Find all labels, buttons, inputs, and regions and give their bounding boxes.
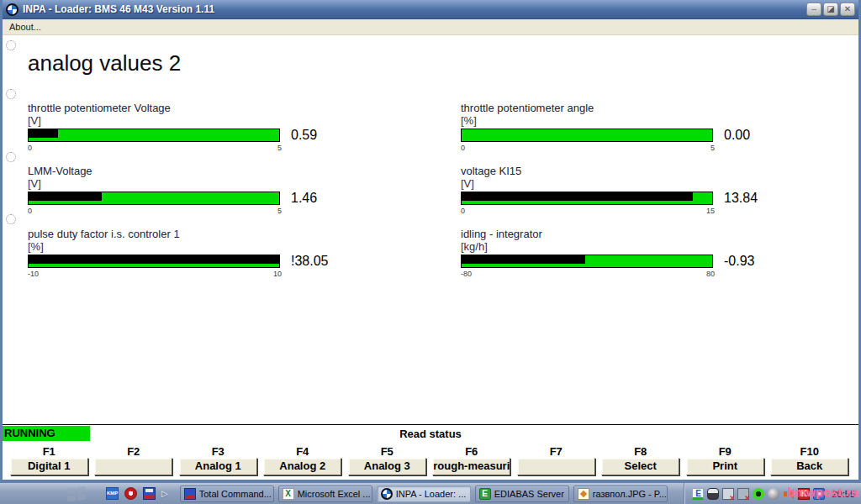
f7-button[interactable]	[517, 458, 595, 475]
gauge-label: idling - integrator	[461, 228, 822, 240]
taskbar-clock[interactable]: 20:55	[832, 489, 855, 499]
menu-bar: About...	[3, 19, 858, 35]
task-ediabas-server[interactable]: E EDIABAS Server	[475, 486, 569, 502]
maximize-button[interactable]	[823, 3, 838, 16]
speaker-icon[interactable]	[783, 488, 795, 500]
f1-digital1-button[interactable]: Digital 1	[10, 458, 88, 475]
window-title: INPA - Loader: BMS 46 M43 Version 1.11	[23, 3, 214, 15]
gauge-scale-max: 5	[710, 144, 715, 152]
led-indicator	[6, 40, 16, 50]
gauge-value: 1.46	[291, 191, 317, 206]
windows-flag-icon[interactable]	[67, 486, 86, 501]
f8-select-button[interactable]: Select	[601, 458, 679, 475]
gauge-idling-integrator: idling - integrator [kg/h] -0.93 -80 80	[461, 228, 822, 278]
fkey-label-f6: F6	[430, 442, 515, 458]
expand-arrow-icon[interactable]: ▷	[161, 487, 168, 500]
gauge-value: -0.93	[724, 254, 754, 269]
gauge-scale-max: 5	[277, 144, 282, 152]
excel-icon: X	[283, 488, 294, 500]
bmw-roundel-icon	[381, 488, 393, 500]
task-label: Total Command...	[199, 489, 272, 499]
fkey-label-f7: F7	[514, 442, 599, 458]
status-message: Read status	[3, 425, 858, 440]
gauge-pulse-duty-factor: pulse duty factor i.s. controler 1 [%] !…	[28, 228, 389, 278]
gauge-bar-fill	[29, 255, 279, 264]
gauge-scale-min: 0	[461, 144, 465, 152]
gauge-value: 0.00	[724, 128, 750, 143]
gauge-value: 0.59	[291, 128, 317, 143]
title-bar[interactable]: INPA - Loader: BMS 46 M43 Version 1.11	[3, 0, 858, 19]
ediabas-tray-icon[interactable]: E	[692, 488, 704, 500]
gauge-scale-min: 0	[28, 144, 32, 152]
gauge-bar	[28, 129, 280, 142]
gauge-voltage-kl15: voltage KI15 [V] 13.84 0 15	[461, 165, 822, 215]
f9-print-button[interactable]: Print	[686, 458, 764, 475]
gauge-scale-min: -10	[28, 270, 39, 278]
input-device-icon[interactable]	[707, 488, 719, 500]
messenger-icon[interactable]	[813, 488, 825, 500]
gauge-unit: [V]	[28, 177, 389, 192]
fkey-label-f1: F1	[7, 442, 92, 458]
gauge-unit: [V]	[28, 114, 389, 129]
dial-icon[interactable]	[768, 488, 779, 500]
led-indicator	[6, 152, 16, 162]
kmplayer-icon[interactable]: KMP	[106, 487, 119, 500]
task-label: EDIABAS Server	[494, 489, 564, 499]
gauge-scale-min: 0	[461, 207, 465, 215]
gauge-unit: [%]	[461, 114, 822, 129]
f5-analog3-button[interactable]: Analog 3	[348, 458, 426, 475]
gauge-bar	[461, 255, 713, 268]
image-viewer-icon	[578, 488, 589, 500]
client-area: analog values 2 throttle potentiometer V…	[3, 35, 858, 480]
task-image-viewer[interactable]: газвпол.JPG - P...	[573, 486, 668, 502]
floppy-icon[interactable]	[143, 487, 156, 500]
gauge-label: throttle potentiometer angle	[461, 102, 822, 114]
gauge-unit: [kg/h]	[461, 240, 822, 255]
taskbar: KMP ▷ Total Command... X Microsoft Excel…	[0, 482, 861, 504]
gauge-value: 13.84	[724, 191, 758, 206]
gauge-scale-max: 15	[706, 207, 715, 215]
antivirus-icon[interactable]: K	[798, 488, 810, 500]
gauge-bar-fill	[462, 255, 585, 264]
fkey-label-f10: F10	[768, 442, 853, 458]
gauge-bar-fill	[29, 192, 102, 201]
quick-launch: KMP ▷	[106, 487, 168, 500]
task-total-commander[interactable]: Total Command...	[180, 486, 274, 502]
f3-analog1-button[interactable]: Analog 1	[179, 458, 257, 475]
menu-about[interactable]: About...	[9, 22, 41, 32]
gauge-value: !38.05	[291, 254, 328, 269]
f10-back-button[interactable]: Back	[770, 458, 848, 475]
task-inpa-active[interactable]: INPA - Loader: ...	[377, 486, 471, 502]
gauge-bar	[461, 192, 713, 205]
minimize-button[interactable]	[806, 3, 821, 16]
gauge-scale-max: 10	[273, 270, 282, 278]
gauge-scale-min: 0	[28, 207, 32, 215]
gauge-label: voltage KI15	[461, 165, 822, 177]
fkey-label-f4: F4	[261, 442, 346, 458]
gauge-label: LMM-Voltage	[28, 165, 389, 177]
status-badge: RUNNING	[3, 426, 90, 441]
task-label: Microsoft Excel ...	[298, 489, 371, 499]
network-error-icon[interactable]	[737, 488, 749, 500]
gauge-label: throttle potentiometer Voltage	[28, 102, 389, 114]
opera-icon[interactable]	[124, 487, 137, 500]
task-buttons: Total Command... X Microsoft Excel ... I…	[180, 486, 668, 502]
bmw-roundel-icon	[6, 3, 18, 16]
gauge-label: pulse duty factor i.s. controler 1	[28, 228, 389, 240]
fkey-label-f2: F2	[92, 442, 177, 458]
f2-button[interactable]	[94, 458, 172, 475]
fkey-label-f8: F8	[599, 442, 684, 458]
gauge-throttle-voltage: throttle potentiometer Voltage [V] 0.59 …	[28, 102, 389, 152]
display-error-icon[interactable]	[722, 488, 734, 500]
gauge-scale-max: 5	[277, 207, 282, 215]
gauge-unit: [V]	[461, 177, 822, 192]
ediabas-icon: E	[479, 488, 491, 500]
fkey-label-f5: F5	[345, 442, 430, 458]
fkey-label-f3: F3	[176, 442, 261, 458]
f6-rough-measuring-button[interactable]: rough-measuring	[432, 458, 510, 475]
f4-analog2-button[interactable]: Analog 2	[263, 458, 341, 475]
task-excel[interactable]: X Microsoft Excel ...	[278, 486, 372, 502]
close-button[interactable]	[840, 3, 855, 16]
webcam-icon[interactable]	[753, 488, 764, 500]
status-row: RUNNING Read status	[3, 425, 858, 442]
